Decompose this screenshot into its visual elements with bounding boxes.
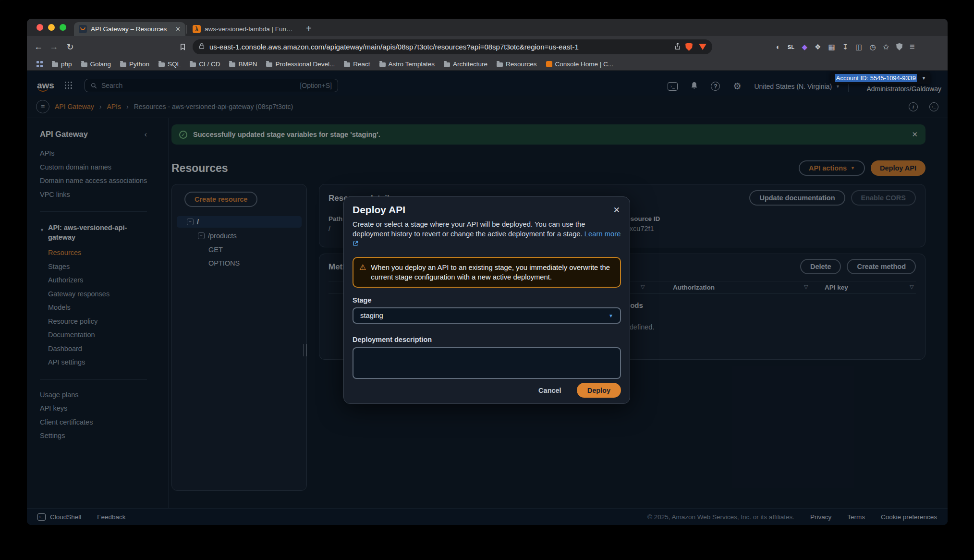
folder-icon: [229, 62, 235, 67]
bookmark-item[interactable]: React: [344, 61, 370, 68]
bookmark-item[interactable]: php: [52, 61, 72, 68]
shield-badge: 9: [694, 40, 696, 45]
stage-label: Stage: [353, 296, 621, 304]
bookmark-label: Astro Templates: [389, 61, 435, 68]
new-tab-button[interactable]: +: [306, 23, 312, 34]
url-bar[interactable]: us-east-1.console.aws.amazon.com/apigate…: [193, 39, 712, 54]
extensions-puzzle-icon[interactable]: ❖: [815, 43, 821, 51]
bookmark-item[interactable]: Golang: [81, 61, 111, 68]
account-id-popover[interactable]: Account ID: 5545-1094-9339 ▼: [831, 72, 930, 84]
share-icon[interactable]: [674, 43, 681, 51]
bookmark-item[interactable]: Python: [120, 61, 149, 68]
folder-icon: [444, 62, 450, 67]
folder-icon: [266, 62, 272, 67]
aws-favicon: [546, 61, 552, 67]
bookmark-icon[interactable]: [176, 36, 189, 58]
bookmark-item[interactable]: Architecture: [444, 61, 487, 68]
bookmark-label: Console Home | C...: [555, 61, 613, 68]
site-info-icon[interactable]: [198, 43, 205, 51]
bookmark-item[interactable]: Professional Devel...: [266, 61, 335, 68]
bookmark-label: Resources: [506, 61, 537, 68]
learn-more-link[interactable]: Learn more: [584, 230, 621, 238]
bookmark-label: BMPN: [238, 61, 257, 68]
minimize-window-button[interactable]: [48, 24, 55, 31]
apps-grid-icon[interactable]: [37, 61, 43, 67]
external-link-icon: [353, 241, 358, 246]
warning-text: When you deploy an API to an existing st…: [371, 263, 614, 282]
bookmark-label: Golang: [90, 61, 111, 68]
extension-purple-icon[interactable]: ◆: [802, 43, 807, 51]
chevron-down-icon: ▼: [609, 313, 613, 318]
privacy-shield-icon[interactable]: [896, 43, 902, 50]
browser-toolbar: ← → ↻ us-east-1.console.aws.amazon.com/a…: [27, 36, 948, 58]
extension-grid-icon[interactable]: ▦: [828, 43, 835, 51]
chevron-down-icon: ▼: [922, 76, 926, 81]
downloads-icon[interactable]: ↧: [842, 43, 849, 51]
deployment-description-input[interactable]: [353, 347, 621, 379]
browser-window: API Gateway – Resources ✕ λ aws-versione…: [27, 19, 948, 525]
history-icon[interactable]: ◷: [869, 43, 876, 51]
back-icon[interactable]: ←: [32, 36, 45, 58]
url-text[interactable]: us-east-1.console.aws.amazon.com/apigate…: [209, 43, 670, 51]
deploy-api-modal: Deploy API ✕ Create or select a stage wh…: [343, 196, 630, 404]
modal-description: Create or select a stage where your API …: [353, 220, 585, 238]
deployment-description-label: Deployment description: [353, 335, 621, 344]
bookmark-label: React: [353, 61, 370, 68]
bookmark-label: Architecture: [453, 61, 487, 68]
account-id-text: Account ID: 5545-1094-9339: [835, 74, 917, 82]
warning-icon: ⚠: [359, 263, 366, 282]
bookmark-item[interactable]: SQL: [158, 61, 181, 68]
lambda-favicon: λ: [193, 25, 201, 33]
bookmark-label: CI / CD: [199, 61, 220, 68]
tab-title: API Gateway – Resources: [91, 25, 171, 33]
aws-console-favicon: [79, 25, 87, 33]
window-controls: [27, 24, 74, 31]
bookmark-label: SQL: [168, 61, 181, 68]
reload-icon[interactable]: ↻: [63, 36, 77, 58]
folder-icon: [344, 62, 350, 67]
folder-icon: [379, 62, 386, 67]
aws-console-page: aws Search [Option+S] ›_ ? ⚙ United Stat…: [27, 71, 948, 525]
browser-menu-icon[interactable]: ≡: [910, 42, 915, 52]
tab-close-icon[interactable]: ✕: [175, 25, 181, 33]
tab-title: aws-versioned-lambda | Functions: [205, 25, 294, 33]
brave-shield-icon[interactable]: 9: [685, 43, 693, 51]
extension-darkmode-icon[interactable]: ◐: [776, 43, 780, 51]
folder-icon: [158, 62, 165, 67]
browser-tab-bar: API Gateway – Resources ✕ λ aws-versione…: [27, 19, 948, 36]
bookmark-label: Python: [129, 61, 149, 68]
tab-separator: [186, 25, 187, 34]
stage-selected-value: staging: [360, 312, 383, 319]
favorites-icon[interactable]: ✩: [883, 43, 889, 51]
deploy-button[interactable]: Deploy: [577, 383, 621, 398]
sidebar-toggle-icon[interactable]: ◫: [855, 43, 862, 51]
cancel-button[interactable]: Cancel: [536, 386, 564, 395]
brave-rewards-icon[interactable]: [699, 44, 706, 50]
modal-title: Deploy API: [353, 204, 621, 216]
tab-lambda[interactable]: λ aws-versioned-lambda | Functions: [188, 22, 299, 36]
zoom-window-button[interactable]: [60, 24, 66, 31]
close-window-button[interactable]: [37, 24, 43, 31]
tab-api-gateway[interactable]: API Gateway – Resources ✕: [74, 22, 185, 36]
folder-icon: [81, 62, 87, 67]
forward-icon[interactable]: →: [47, 36, 61, 58]
folder-icon: [52, 62, 58, 67]
folder-icon: [120, 62, 126, 67]
bookmarks-bar: php Golang Python SQL CI / CD BMPN Profe…: [27, 58, 948, 71]
stage-select[interactable]: staging ▼: [353, 307, 621, 324]
folder-icon: [190, 62, 196, 67]
extension-sl-icon[interactable]: SL: [788, 44, 794, 50]
bookmark-item[interactable]: Astro Templates: [379, 61, 435, 68]
bookmark-label: Professional Devel...: [275, 61, 335, 68]
warning-alert: ⚠ When you deploy an API to an existing …: [353, 257, 621, 288]
bookmark-label: php: [61, 61, 72, 68]
modal-close-icon[interactable]: ✕: [613, 205, 620, 215]
bookmark-item[interactable]: BMPN: [229, 61, 257, 68]
folder-icon: [497, 62, 503, 67]
bookmark-item-console-home[interactable]: Console Home | C...: [546, 61, 613, 68]
bookmark-item[interactable]: Resources: [497, 61, 537, 68]
bookmark-item[interactable]: CI / CD: [190, 61, 220, 68]
extensions-row: ◐ SL ◆ ❖ ▦ ↧ ◫ ◷ ✩ ≡: [776, 36, 915, 58]
